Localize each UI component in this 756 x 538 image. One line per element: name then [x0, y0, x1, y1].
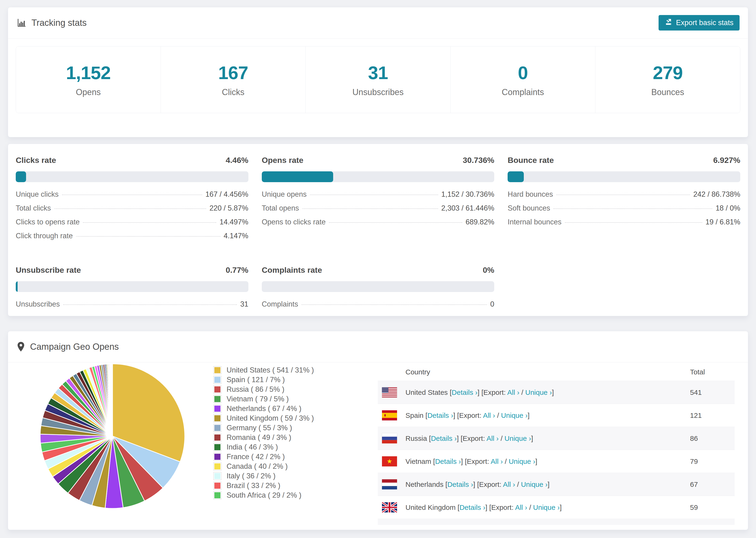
- dotted-leader: [301, 304, 487, 305]
- rate-detail-row: Hard bounces242 / 86.738%: [508, 190, 740, 204]
- country-cell: United States [Details ›] [Export: All ›…: [405, 389, 690, 397]
- dotted-leader: [310, 194, 438, 195]
- gb-flag-icon: [382, 502, 397, 512]
- country-name: Vietnam: [405, 457, 433, 465]
- country-cell: Vietnam [Details ›] [Export: All › / Uni…: [405, 457, 690, 465]
- total-cell: 541: [690, 389, 735, 397]
- export-unique-link[interactable]: Unique ›: [521, 480, 548, 488]
- rate-row-value: 1,152 / 30.736%: [441, 190, 495, 198]
- legend-swatch: [213, 424, 221, 432]
- tracking-stats-title: Tracking stats: [17, 18, 87, 28]
- export-all-link[interactable]: All ›: [491, 457, 503, 465]
- export-label: ] [Export:: [453, 411, 483, 419]
- total-cell: 121: [690, 411, 735, 419]
- legend-label: France ( 42 / 2% ): [227, 453, 285, 461]
- legend-item-vietnam: Vietnam ( 79 / 5% ): [213, 394, 368, 404]
- details-link[interactable]: Details ›: [435, 457, 461, 465]
- legend-label: Spain ( 121 / 7% ): [227, 376, 285, 384]
- legend-swatch: [213, 414, 221, 422]
- geo-legend: United States ( 541 / 31% )Spain ( 121 /…: [213, 363, 368, 500]
- rate-detail-row: Click through rate4.147%: [16, 232, 248, 245]
- legend-swatch: [213, 376, 221, 384]
- details-link[interactable]: Details ›: [427, 411, 453, 419]
- dotted-leader: [63, 304, 237, 305]
- rate-panel-unsubscribe-rate: Unsubscribe rate0.77%Unsubscribes31: [16, 265, 248, 314]
- details-link[interactable]: Details ›: [431, 435, 457, 442]
- separator: /: [499, 435, 505, 442]
- stat-label: Complaints: [451, 87, 595, 97]
- export-all-link[interactable]: All ›: [503, 480, 515, 488]
- export-basic-stats-button[interactable]: Export basic stats: [659, 15, 739, 30]
- vn-flag-icon: [382, 456, 397, 466]
- bracket: ]: [527, 411, 529, 419]
- rate-title: Clicks rate: [16, 156, 56, 165]
- rate-row-value: 220 / 5.87%: [209, 204, 248, 212]
- export-label: ] [Export:: [461, 457, 491, 465]
- geo-title: Campaign Geo Opens: [30, 342, 119, 352]
- legend-swatch: [213, 462, 221, 470]
- rate-row-label: Unique clicks: [16, 190, 59, 198]
- legend-item-france: France ( 42 / 2% ): [213, 452, 368, 461]
- rate-row-value: 31: [240, 300, 248, 308]
- country-name: United Kingdom: [405, 504, 458, 511]
- column-header-country: Country: [405, 368, 690, 376]
- details-link[interactable]: Details ›: [459, 504, 485, 511]
- legend-swatch: [213, 385, 221, 394]
- legend-item-italy: Italy ( 36 / 2% ): [213, 471, 368, 481]
- rate-progress-fill: [16, 171, 26, 182]
- legend-label: Canada ( 40 / 2% ): [227, 462, 288, 471]
- bar-chart-icon: [17, 18, 27, 28]
- country-cell: Russia [Details ›] [Export: All › / Uniq…: [405, 435, 690, 443]
- legend-swatch: [213, 395, 221, 403]
- legend-label: Russia ( 86 / 5% ): [227, 385, 284, 394]
- separator: /: [503, 457, 509, 465]
- export-unique-link[interactable]: Unique ›: [525, 389, 552, 396]
- dotted-leader: [302, 208, 438, 209]
- export-all-link[interactable]: All ›: [486, 435, 499, 442]
- rate-detail-row: Total opens2,303 / 61.446%: [262, 204, 495, 218]
- stat-value: 279: [595, 62, 740, 83]
- geo-opens-card: Campaign Geo Opens United States ( 541 /…: [8, 331, 748, 530]
- rate-row-label: Hard bounces: [508, 190, 553, 198]
- separator: /: [527, 504, 533, 511]
- stat-box-unsubscribes: 31Unsubscribes: [306, 46, 451, 113]
- rate-progress-fill: [16, 281, 18, 292]
- legend-label: Romania ( 49 / 3% ): [227, 433, 291, 442]
- dotted-leader: [83, 222, 216, 223]
- export-unique-link[interactable]: Unique ›: [501, 411, 527, 419]
- rate-row-value: 0: [490, 300, 494, 308]
- rate-detail-row: Internal bounces19 / 6.81%: [508, 218, 740, 232]
- dotted-leader: [76, 236, 220, 237]
- separator: /: [495, 411, 501, 419]
- export-all-link[interactable]: All ›: [515, 504, 527, 511]
- bracket: ]: [535, 457, 537, 465]
- legend-swatch: [213, 434, 221, 442]
- rate-value: 30.736%: [463, 156, 494, 165]
- legend-swatch: [213, 443, 221, 451]
- details-link[interactable]: Details ›: [452, 389, 477, 396]
- export-unique-link[interactable]: Unique ›: [533, 504, 560, 511]
- export-all-link[interactable]: All ›: [507, 389, 519, 396]
- geo-table-row-germany: Germany [Details ›] [Export: All › / Uni…: [378, 519, 735, 525]
- rate-row-value: 242 / 86.738%: [693, 190, 740, 198]
- bracket: [: [458, 504, 459, 511]
- export-all-link[interactable]: All ›: [483, 411, 495, 419]
- legend-item-germany: Germany ( 55 / 3% ): [213, 423, 368, 433]
- rate-progress-track: [508, 171, 740, 182]
- stat-box-opens: 1,152Opens: [16, 46, 161, 113]
- export-unique-link[interactable]: Unique ›: [505, 435, 531, 442]
- bracket: ]: [548, 480, 549, 488]
- country-cell: United Kingdom [Details ›] [Export: All …: [405, 504, 690, 511]
- rate-row-value: 167 / 4.456%: [205, 190, 248, 198]
- legend-swatch: [213, 366, 221, 374]
- export-unique-link[interactable]: Unique ›: [509, 457, 535, 465]
- page-title: Tracking stats: [31, 18, 87, 28]
- legend-item-russia: Russia ( 86 / 5% ): [213, 385, 368, 394]
- rate-detail-row: Clicks to opens rate14.497%: [16, 218, 248, 232]
- rate-progress-fill: [262, 171, 333, 182]
- legend-label: Germany ( 55 / 3% ): [227, 424, 292, 432]
- details-link[interactable]: Details ›: [447, 480, 473, 488]
- rate-value: 0.77%: [226, 265, 248, 275]
- ru-flag-icon: [382, 433, 397, 443]
- header-divider: [8, 38, 748, 38]
